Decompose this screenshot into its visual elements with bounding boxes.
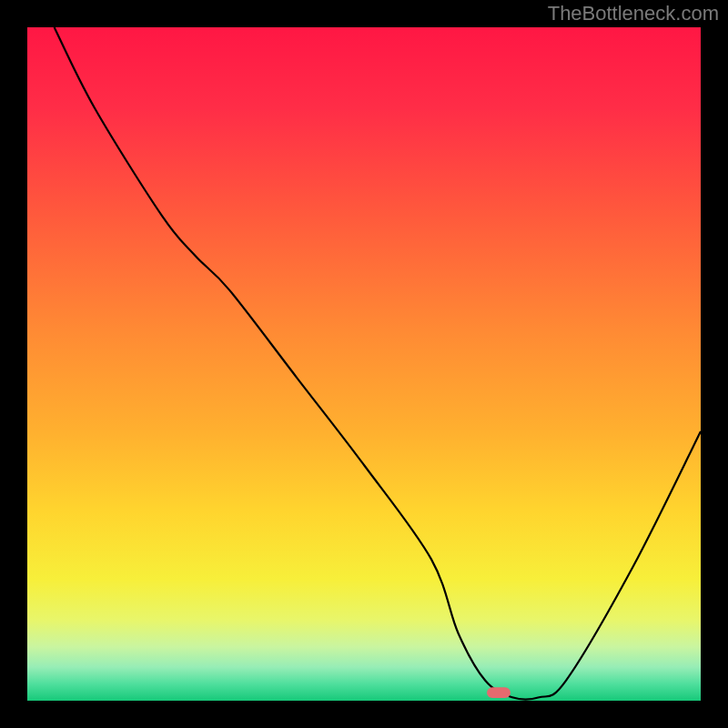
watermark-label: TheBottleneck.com — [548, 2, 719, 25]
bottleneck-chart — [0, 0, 728, 728]
plot-area — [27, 27, 701, 701]
chart-container: TheBottleneck.com — [0, 0, 728, 728]
optimal-marker — [487, 687, 511, 698]
